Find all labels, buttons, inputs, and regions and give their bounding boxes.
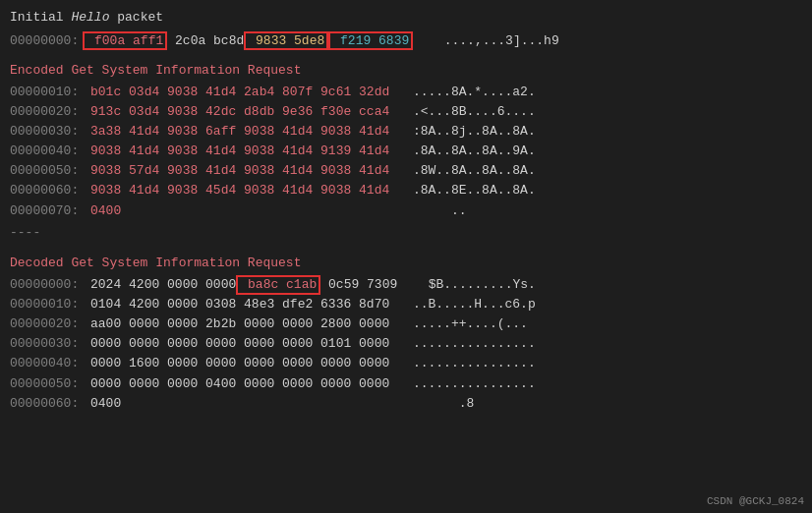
ascii-dec-00000020: .....++....(... [397,314,528,334]
hex-line-dec-00000060: 00000060: 0400 .8 [10,394,802,414]
hex-line-dec-00000050: 00000050: 0000 0000 0000 0400 0000 0000 … [10,374,802,394]
hex-dec-00000030: 0000 0000 0000 0000 0000 0000 0101 0000 [83,334,389,354]
hex-dec-00000040: 0000 1600 0000 0000 0000 0000 0000 0000 [83,354,389,373]
ascii-dec-00000010: ..B.....H...c6.p [397,295,535,314]
ascii-00000030: :8A..8j..8A..8A. [397,122,535,142]
hex-boxed-f219: f219 6839 [328,31,413,51]
hex-dec-00000050: 0000 0000 0000 0400 0000 0000 0000 0000 [83,374,389,394]
hex-line-00000020: 00000020: 913c 03d4 9038 42dc d8db 9e36 … [10,102,802,122]
hex-line-dec-00000020: 00000020: aa00 0000 0000 2b2b 0000 0000 … [10,314,802,334]
initial-title: Initial Hello packet [10,8,802,28]
addr-00000010: 00000010: [10,83,79,102]
hex-dec-00000060: 0400 [83,394,121,414]
hex-line-00000010: 00000010: b01c 03d4 9038 41d4 2ab4 807f … [10,83,802,102]
initial-title-italic: Hello [71,10,109,25]
initial-section: Initial Hello packet 00000000: f00a aff1… [10,8,802,51]
initial-title-plain: Initial [10,10,71,25]
hex-00000040: 9038 41d4 9038 41d4 9038 41d4 9139 41d4 [83,142,389,161]
decoded-title: Decoded Get System Information Request [10,254,802,273]
ascii-dec-00000000: $B.........Ys. [405,275,536,295]
hex-line-00000050: 00000050: 9038 57d4 9038 41d4 9038 41d4 … [10,161,802,181]
hex-2c0a: 2c0a bc8d [167,31,244,51]
ascii-00000070: .. [129,201,466,221]
hex-dec-2024: 2024 4200 0000 0000 [83,275,236,295]
hex-line-dec-00000010: 00000010: 0104 4200 0000 0308 48e3 dfe2 … [10,295,802,314]
hex-dec-0c59: 0c59 7309 [320,275,397,295]
addr-dec-00000010: 00000010: [10,295,79,314]
ascii-dec-00000060: .8 [129,394,474,414]
hex-00000030: 3a38 41d4 9038 6aff 9038 41d4 9038 41d4 [83,122,389,142]
addr-00000020: 00000020: [10,102,79,122]
hex-00000070: 0400 [83,201,121,221]
divider: ---- [10,225,802,240]
decoded-section: Decoded Get System Information Request 0… [10,254,802,414]
initial-title-rest: packet [109,10,163,25]
hex-boxed-9833: 9833 5de8 [244,31,328,51]
hex-line-00000040: 00000040: 9038 41d4 9038 41d4 9038 41d4 … [10,142,802,161]
addr-00000050: 00000050: [10,161,79,181]
hex-00000060a: 9038 41d4 9038 45d4 9038 41d4 9038 41d4 [83,181,389,200]
addr-dec-00000040: 00000040: [10,354,79,373]
hex-boxed-f00a: f00a aff1 [83,31,167,51]
ascii-00000020: .<...8B....6.... [397,102,535,122]
ascii-dec-00000050: ................ [397,374,535,394]
addr-00000030: 00000030: [10,122,79,142]
addr-00000070: 00000070: [10,201,79,221]
addr-00000040: 00000040: [10,142,79,161]
encoded-section: Encoded Get System Information Request 0… [10,61,802,240]
addr-dec-00000030: 00000030: [10,334,79,354]
hex-line-dec-00000040: 00000040: 0000 1600 0000 0000 0000 0000 … [10,354,802,373]
hex-line-dec-00000000: 00000000: 2024 4200 0000 0000 ba8c c1ab … [10,275,802,295]
ascii-00000010: .....8A.*....a2. [397,83,535,102]
ascii-00000040: .8A..8A..8A..9A. [397,142,535,161]
ascii-00000000: ....,...3]...h9 [421,31,558,51]
ascii-dec-00000040: ................ [397,354,535,373]
encoded-title: Encoded Get System Information Request [10,61,802,81]
addr-00000000: 00000000: [10,31,79,51]
hex-00000050: 9038 57d4 9038 41d4 9038 41d4 9038 41d4 [83,161,389,181]
hex-dec-00000010: 0104 4200 0000 0308 48e3 dfe2 6336 8d70 [83,295,389,314]
addr-dec-00000020: 00000020: [10,314,79,334]
hex-boxed-ba8c: ba8c c1ab [236,275,320,295]
hex-line-00000000: 00000000: f00a aff1 2c0a bc8d 9833 5de8 … [10,31,802,51]
hex-line-00000070: 00000070: 0400 .. [10,201,802,221]
hex-line-00000030: 00000030: 3a38 41d4 9038 6aff 9038 41d4 … [10,122,802,142]
addr-00000060a: 00000060: [10,181,79,200]
hex-00000010: b01c 03d4 9038 41d4 2ab4 807f 9c61 32dd [83,83,389,102]
hex-line-dec-00000030: 00000030: 0000 0000 0000 0000 0000 0000 … [10,334,802,354]
addr-dec-00000050: 00000050: [10,374,79,394]
addr-dec-00000060: 00000060: [10,394,79,414]
addr-dec-00000000: 00000000: [10,275,79,295]
hex-line-00000060a: 00000060: 9038 41d4 9038 45d4 9038 41d4 … [10,181,802,200]
watermark: CSDN @GCKJ_0824 [707,495,804,507]
hex-00000020: 913c 03d4 9038 42dc d8db 9e36 f30e cca4 [83,102,389,122]
ascii-00000060a: .8A..8E..8A..8A. [397,181,535,200]
hex-dec-00000020: aa00 0000 0000 2b2b 0000 0000 2800 0000 [83,314,389,334]
ascii-dec-00000030: ................ [397,334,535,354]
ascii-00000050: .8W..8A..8A..8A. [397,161,535,181]
